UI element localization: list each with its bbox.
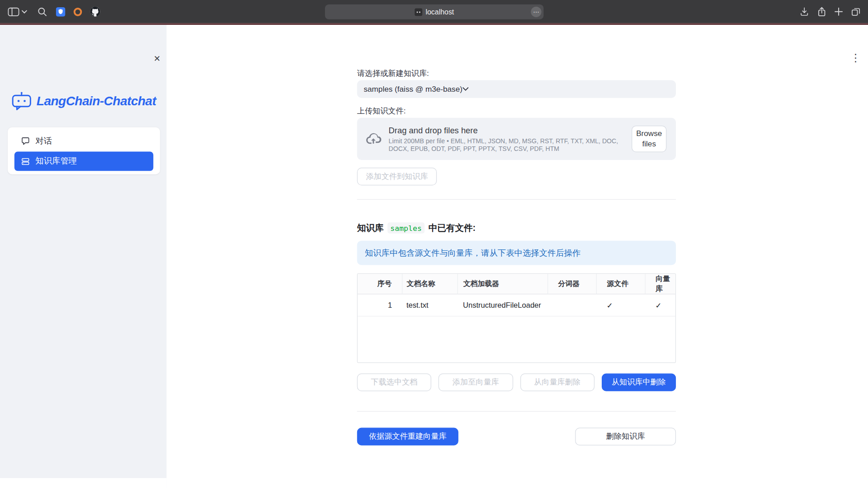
divider <box>357 199 676 200</box>
kb-select-value: samples (faiss @ m3e-base) <box>363 84 462 94</box>
search-icon <box>38 7 47 16</box>
chevron-down-icon <box>462 87 469 91</box>
content-column: 请选择或新建知识库: samples (faiss @ m3e-base) 上传… <box>357 25 676 446</box>
logo-chat-icon <box>11 91 32 111</box>
sidebar-nav: 对话 知识库管理 <box>8 127 160 174</box>
heading-suffix: 中已有文件: <box>429 222 476 234</box>
toolbar-right-cluster <box>799 0 861 23</box>
kb-select[interactable]: samples (faiss @ m3e-base) <box>357 80 676 98</box>
site-favicon <box>415 8 422 16</box>
sidebar-item-chat[interactable]: 对话 <box>14 131 153 152</box>
col-header-source: 源文件 <box>597 274 646 294</box>
extension-orange-icon[interactable] <box>73 7 83 16</box>
cell-loader[interactable]: UnstructuredFileLoader <box>458 294 548 316</box>
cloud-upload-icon <box>365 132 382 145</box>
kb-bottom-actions: 依据源文件重建向量库 删除知识库 <box>357 428 676 446</box>
upload-label: 上传知识文件: <box>357 105 676 116</box>
cell-vector-check[interactable]: ✓ <box>646 294 675 316</box>
kb-files-table: 序号 文档名称 文档加载器 分词器 源文件 向量库 1 test <box>357 273 676 363</box>
chat-bubble-icon <box>21 136 30 145</box>
address-bar[interactable]: localhost ⋯ <box>325 5 544 19</box>
col-header-splitter: 分词器 <box>548 274 597 294</box>
browse-files-button[interactable]: Browse files <box>632 126 666 152</box>
plus-icon <box>834 7 843 16</box>
heading-prefix: 知识库 <box>357 222 384 234</box>
screen: localhost ⋯ <box>0 0 868 488</box>
delete-kb-button[interactable]: 删除知识库 <box>575 428 676 446</box>
kb-files-heading: 知识库 samples 中已有文件: <box>357 222 676 234</box>
sidebar: ✕ LangChain-Chatchat 对话 <box>0 25 167 488</box>
sidebar-toggle-icon <box>8 7 19 16</box>
sidebar-chevron-button[interactable] <box>22 9 27 14</box>
url-text: localhost <box>425 8 454 16</box>
sidebar-item-kb-management[interactable]: 知识库管理 <box>14 152 153 171</box>
share-button[interactable] <box>817 6 826 17</box>
remove-from-vector-button[interactable]: 从向量库删除 <box>520 374 594 391</box>
tab-overview-button[interactable] <box>851 7 861 17</box>
main-area: ⋮ 请选择或新建知识库: samples (faiss @ m3e-base) … <box>167 25 868 488</box>
app-menu-button[interactable]: ⋮ <box>850 52 861 64</box>
address-bar-menu-button[interactable]: ⋯ <box>531 7 541 17</box>
divider <box>357 411 676 412</box>
add-to-vector-button[interactable]: 添加至向量库 <box>439 374 513 391</box>
app-window: ✕ LangChain-Chatchat 对话 <box>0 25 868 488</box>
kb-select-label: 请选择或新建知识库: <box>357 67 676 78</box>
chevron-down-icon <box>22 9 27 14</box>
dropzone-limit-text: Limit 200MB per file • EML, HTML, JSON, … <box>389 137 623 152</box>
table-actions: 下载选中文档 添加至向量库 从向量库删除 从知识库中删除 <box>357 374 676 391</box>
dropzone-texts: Drag and drop files here Limit 200MB per… <box>389 125 623 152</box>
col-header-loader: 文档加载器 <box>458 274 548 294</box>
cell-doc-name[interactable]: test.txt <box>402 294 458 316</box>
table-row[interactable]: 1 test.txt UnstructuredFileLoader ✓ ✓ <box>358 294 675 316</box>
delete-from-kb-button[interactable]: 从知识库中删除 <box>602 374 676 391</box>
sidebar-item-label: 对话 <box>35 136 52 146</box>
info-banner: 知识库中包含源文件与向量库，请从下表中选择文件后操作 <box>357 241 676 265</box>
rebuild-vector-store-button[interactable]: 依据源文件重建向量库 <box>357 428 458 446</box>
add-files-to-kb-button[interactable]: 添加文件到知识库 <box>357 168 437 185</box>
file-dropzone[interactable]: Drag and drop files here Limit 200MB per… <box>357 118 676 160</box>
download-icon <box>799 7 809 17</box>
sidebar-item-label: 知识库管理 <box>35 156 77 166</box>
logo-text: LangChain-Chatchat <box>37 94 156 108</box>
extension-blue-icon[interactable] <box>56 7 66 16</box>
kb-name-code: samples <box>387 222 425 233</box>
browser-toolbar: localhost ⋯ <box>0 0 868 23</box>
share-icon <box>817 6 826 17</box>
sidebar-toggle-button[interactable] <box>8 7 19 16</box>
table-header-row: 序号 文档名称 文档加载器 分词器 源文件 向量库 <box>358 274 675 294</box>
cell-index[interactable]: 1 <box>358 294 402 316</box>
col-header-vector: 向量库 <box>646 274 675 294</box>
database-stack-icon <box>21 157 30 166</box>
col-header-doc-name: 文档名称 <box>402 274 458 294</box>
sidebar-close-button[interactable]: ✕ <box>154 54 160 64</box>
tabs-icon <box>851 7 861 17</box>
app-logo: LangChain-Chatchat <box>11 91 156 111</box>
search-button[interactable] <box>38 7 47 16</box>
cell-splitter[interactable] <box>548 294 597 316</box>
col-header-index: 序号 <box>358 274 402 294</box>
downloads-button[interactable] <box>799 7 809 17</box>
new-tab-button[interactable] <box>834 7 843 16</box>
toolbar-left-cluster <box>8 0 100 23</box>
github-icon[interactable] <box>90 7 100 17</box>
cell-source-check[interactable]: ✓ <box>597 294 646 316</box>
download-selected-button[interactable]: 下载选中文档 <box>357 374 431 391</box>
dropzone-title: Drag and drop files here <box>389 125 623 135</box>
